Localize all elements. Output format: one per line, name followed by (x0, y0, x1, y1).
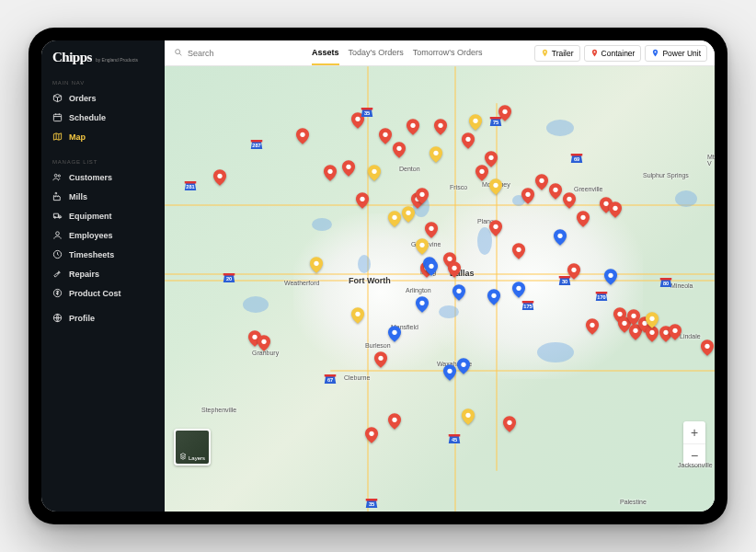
asset-pin-container[interactable] (407, 119, 419, 135)
main-panel: AssetsToday's OrdersTomorrow's Orders Tr… (165, 40, 715, 512)
asset-pin-container[interactable] (434, 119, 447, 135)
asset-pin-container[interactable] (379, 128, 392, 144)
asset-pin-trailer[interactable] (416, 238, 429, 255)
sidebar-item-mills[interactable]: Mills (41, 187, 165, 206)
sidebar-item-product-cost[interactable]: Product Cost (41, 283, 165, 303)
sidebar-item-employees[interactable]: Employees (41, 225, 165, 245)
filter-container[interactable]: Container (584, 45, 642, 62)
asset-pin-power-unit[interactable] (388, 326, 401, 342)
asset-pin-trailer[interactable] (310, 257, 323, 273)
sidebar-item-profile[interactable]: Profile (41, 308, 165, 328)
asset-pin-container[interactable] (462, 132, 475, 149)
asset-pin-trailer[interactable] (646, 312, 659, 328)
asset-pin-container[interactable] (425, 222, 438, 238)
zoom-in-button[interactable]: + (683, 421, 705, 443)
asset-pin-power-unit[interactable] (457, 358, 470, 374)
asset-pin-container[interactable] (567, 263, 580, 280)
asset-pin-trailer[interactable] (388, 211, 401, 227)
svg-point-17 (355, 117, 360, 121)
svg-point-58 (355, 312, 360, 316)
asset-pin-container[interactable] (549, 183, 562, 200)
svg-point-33 (479, 169, 484, 174)
asset-pin-container[interactable] (669, 324, 682, 340)
asset-pin-container[interactable] (213, 169, 226, 186)
asset-pin-trailer[interactable] (368, 165, 381, 181)
asset-pin-container[interactable] (563, 192, 576, 209)
asset-pin-container[interactable] (577, 211, 590, 227)
search-box[interactable] (165, 48, 303, 59)
asset-pin-container[interactable] (365, 427, 378, 443)
zoom-out-button[interactable]: − (683, 443, 705, 466)
asset-pin-power-unit[interactable] (512, 282, 525, 298)
asset-pin-container[interactable] (503, 416, 516, 432)
asset-pin-container[interactable] (324, 165, 337, 181)
brand: Chipps by England Products (41, 40, 165, 73)
filter-label: Power Unit (662, 49, 701, 58)
asset-pin-container[interactable] (356, 192, 369, 209)
tab-today-s-orders[interactable]: Today's Orders (349, 41, 404, 65)
sidebar-item-customers[interactable]: Customers (41, 167, 165, 187)
asset-pin-power-unit[interactable] (487, 289, 500, 305)
asset-pin-container[interactable] (489, 220, 502, 236)
search-input[interactable] (188, 49, 280, 58)
filter-power-unit[interactable]: Power Unit (645, 45, 707, 62)
asset-pin-container[interactable] (416, 188, 429, 204)
asset-pin-container[interactable] (498, 105, 511, 121)
asset-pin-container[interactable] (296, 128, 309, 144)
svg-rect-0 (53, 114, 61, 121)
asset-pin-power-unit[interactable] (425, 259, 438, 276)
svg-point-36 (502, 109, 507, 114)
sidebar-item-map[interactable]: Map (41, 127, 165, 146)
filter-trailer[interactable]: Trailer (534, 45, 580, 62)
filter-label: Trailer (552, 49, 574, 58)
asset-pin-container[interactable] (586, 318, 599, 335)
asset-pin-trailer[interactable] (402, 206, 415, 223)
sidebar-item-label: Map (69, 132, 86, 142)
asset-pin-power-unit[interactable] (416, 296, 429, 313)
asset-pin-container[interactable] (388, 413, 401, 430)
sidebar-item-repairs[interactable]: Repairs (41, 264, 165, 283)
sidebar-item-equipment[interactable]: Equipment (41, 206, 165, 225)
svg-point-57 (314, 261, 318, 266)
asset-pin-container[interactable] (342, 160, 355, 177)
asset-pin-trailer[interactable] (351, 307, 364, 324)
asset-pin-power-unit[interactable] (452, 284, 465, 301)
svg-point-64 (465, 413, 470, 418)
asset-pin-trailer[interactable] (469, 114, 482, 131)
asset-pin-power-unit[interactable] (443, 364, 456, 381)
asset-pin-power-unit[interactable] (554, 229, 567, 246)
asset-pin-trailer[interactable] (489, 178, 502, 195)
svg-point-67 (649, 316, 654, 321)
asset-pin-container[interactable] (258, 335, 270, 351)
asset-pin-container[interactable] (521, 188, 534, 204)
sidebar-item-schedule[interactable]: Schedule (41, 108, 165, 127)
sidebar-item-timesheets[interactable]: Timesheets (41, 245, 165, 264)
asset-pin-container[interactable] (535, 174, 548, 190)
asset-pin-trailer[interactable] (462, 408, 475, 425)
asset-pin-trailer[interactable] (430, 146, 442, 163)
tab-tomorrow-s-orders[interactable]: Tomorrow's Orders (413, 41, 483, 65)
sidebar-item-orders[interactable]: Orders (41, 88, 165, 108)
svg-point-37 (507, 420, 511, 425)
layers-button[interactable]: Layers (174, 429, 211, 466)
sidebar-item-label: Repairs (69, 270, 99, 279)
asset-pin-container[interactable] (393, 142, 406, 158)
sidebar-item-label: Employees (69, 231, 113, 240)
svg-point-78 (608, 273, 613, 278)
asset-pin-container[interactable] (351, 112, 364, 129)
svg-point-35 (493, 224, 498, 229)
asset-pin-power-unit[interactable] (604, 269, 617, 285)
svg-point-1 (54, 174, 57, 177)
tab-assets[interactable]: Assets (312, 41, 339, 65)
svg-point-29 (438, 123, 442, 128)
asset-pin-container[interactable] (609, 201, 622, 218)
asset-pin-container[interactable] (701, 339, 714, 356)
map-canvas[interactable]: Layers + − Fort WorthDallasIrvingArlingt… (165, 66, 715, 512)
asset-pin-container[interactable] (512, 243, 525, 259)
layers-label: Layers (189, 455, 205, 461)
topbar: AssetsToday's OrdersTomorrow's Orders Tr… (165, 40, 715, 66)
svg-text:287: 287 (252, 143, 260, 148)
asset-pin-container[interactable] (374, 351, 387, 368)
asset-pin-container[interactable] (448, 261, 461, 278)
asset-pin-container[interactable] (485, 151, 498, 167)
